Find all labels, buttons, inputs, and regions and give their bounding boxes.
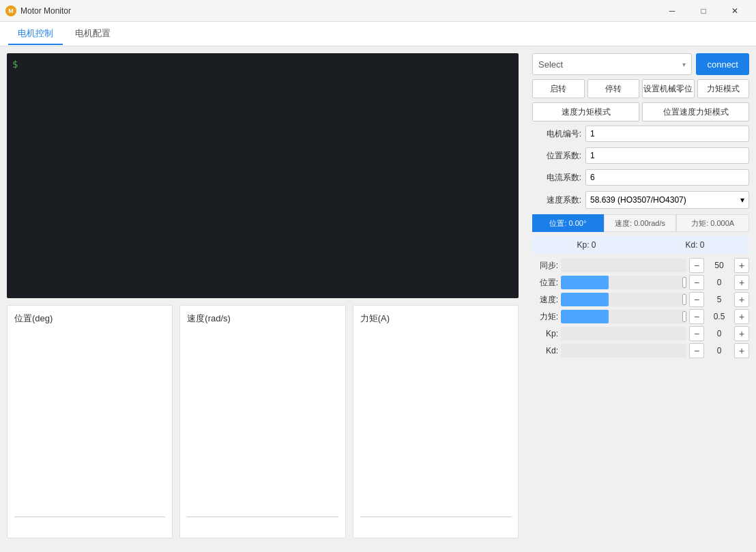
slider-minus-position[interactable]: − [689, 275, 704, 290]
slider-track-sync[interactable] [561, 259, 686, 272]
slider-minus-speed[interactable]: − [689, 292, 704, 307]
terminal[interactable]: $ [7, 53, 519, 298]
title-bar: M Motor Monitor ─ □ ✕ [0, 0, 756, 22]
current-coeff-input[interactable] [585, 169, 749, 186]
tab-motor-config[interactable]: 电机配置 [66, 23, 120, 45]
slider-row-speed: 速度:−5+ [532, 292, 749, 307]
slider-thumb-position [682, 277, 686, 288]
speed-coeff-label: 速度系数: [532, 194, 581, 206]
slider-label-kp: Kp: [532, 329, 558, 338]
slider-plus-kp[interactable]: + [734, 326, 749, 341]
speed-chart-panel: 速度(rad/s) [179, 305, 345, 539]
slider-fill-position [561, 276, 609, 289]
mode-buttons-row: 速度力矩模式 位置速度力矩模式 [532, 102, 749, 121]
port-select-text: Select [538, 59, 563, 70]
slider-label-sync: 同步: [532, 260, 558, 272]
start-button[interactable]: 启转 [532, 79, 585, 98]
slider-minus-torque[interactable]: − [689, 309, 704, 324]
torque-mode-button[interactable]: 力矩模式 [697, 79, 750, 98]
slider-minus-kp[interactable]: − [689, 326, 704, 341]
window-controls: ─ □ ✕ [656, 0, 751, 22]
slider-plus-position[interactable]: + [734, 275, 749, 290]
slider-value-sync: 50 [707, 261, 731, 270]
slider-track-speed[interactable] [561, 293, 686, 306]
speed-coeff-select[interactable]: 58.639 (HO3507/HO4307) ▾ [585, 191, 749, 209]
tab-motor-control[interactable]: 电机控制 [8, 23, 63, 45]
slider-track-kp[interactable] [561, 327, 686, 340]
position-chart-body [14, 330, 165, 532]
slider-row-kp: Kp:−0+ [532, 326, 749, 341]
slider-thumb-speed [682, 294, 686, 305]
slider-label-torque: 力矩: [532, 311, 558, 323]
torque-chart-title: 力矩(A) [360, 313, 511, 325]
minimize-button[interactable]: ─ [656, 0, 688, 22]
kpkd-row: Kp: 0 Kd: 0 [532, 236, 749, 254]
slider-track-kd[interactable] [561, 344, 686, 358]
slider-plus-torque[interactable]: + [734, 309, 749, 324]
slider-value-kp: 0 [707, 329, 731, 338]
stop-button[interactable]: 停转 [587, 79, 640, 98]
speed-chart-title: 速度(rad/s) [187, 313, 338, 325]
torque-chart-body [360, 330, 511, 532]
slider-thumb-torque [682, 311, 686, 322]
speed-chart-body [187, 330, 338, 532]
close-button[interactable]: ✕ [719, 0, 751, 22]
app-icon: M [5, 5, 16, 16]
speed-status-pill[interactable]: 速度: 0.00rad/s [604, 214, 677, 232]
slider-minus-kd[interactable]: − [689, 343, 704, 358]
slider-row-kd: Kd:−0+ [532, 343, 749, 358]
slider-track-position[interactable] [561, 276, 686, 289]
slider-value-kd: 0 [707, 346, 731, 355]
sliders-container: 同步:−50+位置:−0+速度:−5+力矩:−0.5+Kp:−0+Kd:−0+ [532, 258, 749, 360]
current-coeff-row: 电流系数: [532, 169, 749, 186]
set-zero-button[interactable]: 设置机械零位 [642, 79, 695, 98]
slider-fill-speed [561, 293, 609, 306]
kp-display: Kp: 0 [532, 236, 641, 254]
position-status-pill[interactable]: 位置: 0.00° [532, 214, 604, 232]
slider-plus-kd[interactable]: + [734, 343, 749, 358]
pos-speed-torque-mode-button[interactable]: 位置速度力矩模式 [642, 102, 749, 121]
speed-torque-mode-button[interactable]: 速度力矩模式 [532, 102, 639, 121]
app-title: Motor Monitor [20, 6, 71, 16]
control-buttons-row1: 启转 停转 设置机械零位 力矩模式 [532, 79, 749, 98]
maximize-button[interactable]: □ [688, 0, 719, 22]
pos-coeff-input[interactable] [585, 147, 749, 164]
slider-label-position: 位置: [532, 277, 558, 289]
slider-row-sync: 同步:−50+ [532, 258, 749, 273]
torque-chart-line [360, 517, 511, 517]
slider-row-position: 位置:−0+ [532, 275, 749, 290]
position-chart-title: 位置(deg) [14, 313, 165, 325]
motor-id-row: 电机编号: [532, 126, 749, 142]
slider-plus-sync[interactable]: + [734, 258, 749, 273]
slider-track-torque[interactable] [561, 310, 686, 323]
slider-value-torque: 0.5 [707, 312, 731, 321]
port-select[interactable]: Select ▾ [532, 53, 692, 75]
slider-value-speed: 5 [707, 295, 731, 304]
terminal-area: $ 位置(deg) 速度(rad/s) 力矩(A) [0, 46, 525, 552]
slider-minus-sync[interactable]: − [689, 258, 704, 273]
speed-coeff-chevron: ▾ [740, 195, 744, 205]
slider-label-speed: 速度: [532, 294, 558, 306]
main-content: $ 位置(deg) 速度(rad/s) 力矩(A) [0, 46, 756, 552]
status-pills-row: 位置: 0.00° 速度: 0.00rad/s 力矩: 0.000A [532, 214, 749, 232]
slider-value-position: 0 [707, 278, 731, 287]
right-panel: Select ▾ connect 启转 停转 设置机械零位 力矩模式 速度力矩模… [525, 46, 756, 552]
speed-coeff-row: 速度系数: 58.639 (HO3507/HO4307) ▾ [532, 191, 749, 209]
kd-display: Kd: 0 [641, 236, 749, 254]
position-chart-line [14, 517, 165, 517]
motor-id-input[interactable] [585, 126, 749, 142]
motor-id-label: 电机编号: [532, 128, 581, 140]
chart-panels: 位置(deg) 速度(rad/s) 力矩(A) [7, 305, 519, 546]
torque-chart-panel: 力矩(A) [353, 305, 519, 539]
connect-button[interactable]: connect [696, 53, 749, 75]
current-coeff-label: 电流系数: [532, 172, 581, 184]
terminal-cursor: $ [12, 59, 18, 70]
torque-status-pill[interactable]: 力矩: 0.000A [676, 214, 749, 232]
speed-coeff-value: 58.639 (HO3507/HO4307) [590, 195, 686, 205]
position-chart-panel: 位置(deg) [7, 305, 173, 539]
slider-plus-speed[interactable]: + [734, 292, 749, 307]
slider-label-kd: Kd: [532, 346, 558, 355]
speed-chart-line [187, 517, 338, 517]
pos-coeff-label: 位置系数: [532, 150, 581, 162]
title-bar-left: M Motor Monitor [5, 5, 71, 16]
